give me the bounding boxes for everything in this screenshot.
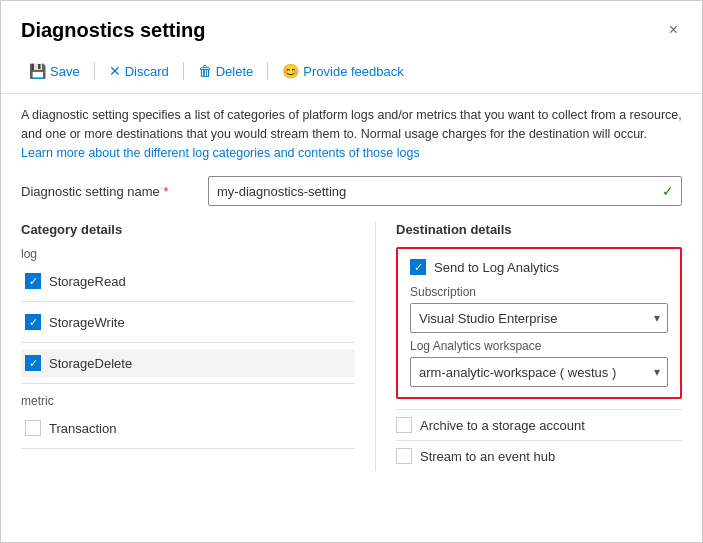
storage-write-label: StorageWrite: [49, 315, 125, 330]
subscription-label: Subscription: [410, 285, 668, 299]
close-button[interactable]: ×: [665, 17, 682, 43]
send-to-analytics-row: Send to Log Analytics: [410, 259, 668, 275]
toolbar: 💾 Save ✕ Discard 🗑 Delete 😊 Provide feed…: [1, 53, 702, 94]
list-item: StorageRead: [21, 267, 355, 295]
send-to-analytics-label: Send to Log Analytics: [434, 260, 559, 275]
save-button[interactable]: 💾 Save: [21, 59, 88, 83]
destination-details-column: Destination details Send to Log Analytic…: [376, 222, 682, 471]
dialog-title: Diagnostics setting: [21, 19, 205, 42]
delete-button[interactable]: 🗑 Delete: [190, 59, 262, 83]
category-details-column: Category details log StorageRead Storage…: [21, 222, 376, 471]
storage-write-checkbox[interactable]: [25, 314, 41, 330]
archive-storage-checkbox[interactable]: [396, 417, 412, 433]
dialog-header: Diagnostics setting ×: [1, 1, 702, 53]
subscription-dropdown-wrapper: Visual Studio Enterprise ▾: [410, 303, 668, 333]
divider: [21, 448, 355, 449]
send-to-analytics-box: Send to Log Analytics Subscription Visua…: [396, 247, 682, 399]
discard-label: Discard: [125, 64, 169, 79]
storage-read-label: StorageRead: [49, 274, 126, 289]
setting-name-label: Diagnostic setting name *: [21, 184, 196, 199]
content-area: A diagnostic setting specifies a list of…: [1, 94, 702, 483]
divider: [21, 301, 355, 302]
delete-icon: 🗑: [198, 63, 212, 79]
setting-name-input[interactable]: [208, 176, 682, 206]
feedback-button[interactable]: 😊 Provide feedback: [274, 59, 411, 83]
valid-check-icon: ✓: [662, 183, 674, 199]
setting-name-input-wrapper: ✓: [208, 176, 682, 206]
workspace-dropdown-wrapper: arm-analytic-workspace ( westus ) ▾: [410, 357, 668, 387]
diagnostics-dialog: Diagnostics setting × 💾 Save ✕ Discard 🗑…: [0, 0, 703, 543]
divider: [21, 342, 355, 343]
stream-event-hub-label: Stream to an event hub: [420, 449, 555, 464]
description-text: A diagnostic setting specifies a list of…: [21, 106, 682, 162]
list-item: StorageWrite: [21, 308, 355, 336]
subscription-dropdown[interactable]: Visual Studio Enterprise: [410, 303, 668, 333]
feedback-label: Provide feedback: [303, 64, 403, 79]
divider: [21, 383, 355, 384]
two-column-layout: Category details log StorageRead Storage…: [21, 222, 682, 471]
log-section-label: log: [21, 247, 355, 261]
storage-delete-checkbox[interactable]: [25, 355, 41, 371]
setting-name-row: Diagnostic setting name * ✓: [21, 176, 682, 206]
desc-text1: A diagnostic setting specifies a list of…: [21, 108, 682, 141]
metric-section-label: metric: [21, 394, 355, 408]
archive-storage-label: Archive to a storage account: [420, 418, 585, 433]
learn-more-link[interactable]: Learn more about the different log categ…: [21, 146, 420, 160]
workspace-dropdown[interactable]: arm-analytic-workspace ( westus ): [410, 357, 668, 387]
archive-storage-row: Archive to a storage account: [396, 409, 682, 440]
transaction-label: Transaction: [49, 421, 116, 436]
workspace-label: Log Analytics workspace: [410, 339, 668, 353]
toolbar-divider-2: [183, 62, 184, 80]
feedback-icon: 😊: [282, 63, 299, 79]
toolbar-divider: [94, 62, 95, 80]
stream-event-hub-checkbox[interactable]: [396, 448, 412, 464]
send-to-analytics-checkbox[interactable]: [410, 259, 426, 275]
destination-details-header: Destination details: [396, 222, 682, 237]
save-icon: 💾: [29, 63, 46, 79]
discard-button[interactable]: ✕ Discard: [101, 59, 177, 83]
stream-event-hub-row: Stream to an event hub: [396, 440, 682, 471]
toolbar-divider-3: [267, 62, 268, 80]
save-label: Save: [50, 64, 80, 79]
required-star: *: [163, 184, 168, 199]
list-item: StorageDelete: [21, 349, 355, 377]
delete-label: Delete: [216, 64, 254, 79]
category-details-header: Category details: [21, 222, 355, 237]
storage-delete-label: StorageDelete: [49, 356, 132, 371]
transaction-checkbox[interactable]: [25, 420, 41, 436]
storage-read-checkbox[interactable]: [25, 273, 41, 289]
discard-icon: ✕: [109, 63, 121, 79]
list-item: Transaction: [21, 414, 355, 442]
